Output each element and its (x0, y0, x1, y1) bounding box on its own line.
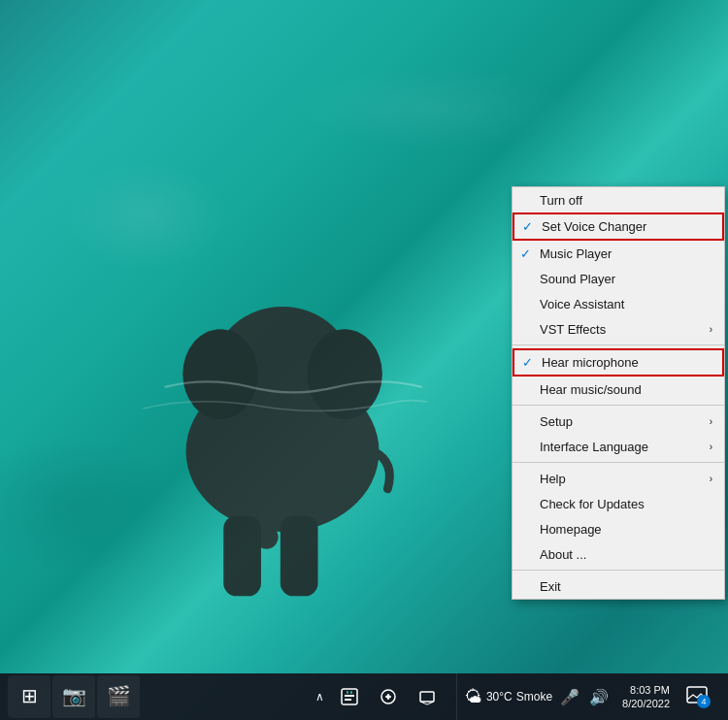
menu-label-music-player: Music Player (540, 246, 712, 261)
taskbar-left: ⊞📷🎬 (0, 675, 140, 718)
menu-item-hear-microphone[interactable]: ✓Hear microphone (513, 348, 724, 376)
date-display: 8/20/2022 (622, 697, 670, 710)
menu-label-turn-off: Turn off (540, 193, 712, 208)
menu-item-voice-assistant[interactable]: Voice Assistant (513, 291, 724, 316)
menu-label-setup: Setup (540, 414, 710, 429)
svg-point-2 (182, 329, 257, 419)
arrow-icon-vst-effects: › (710, 324, 712, 335)
temperature: 30°C (486, 690, 513, 704)
menu-item-help[interactable]: Help› (513, 466, 724, 491)
time-display: 8:03 PM (630, 683, 670, 697)
separator (513, 405, 724, 406)
menu-label-voice-assistant: Voice Assistant (540, 297, 712, 311)
menu-label-about: About ... (540, 547, 712, 562)
menu-label-homepage: Homepage (540, 522, 712, 537)
menu-item-setup[interactable]: Setup› (513, 409, 724, 434)
menu-item-sound-player[interactable]: Sound Player (513, 266, 724, 291)
svg-rect-8 (345, 699, 351, 701)
menu-item-homepage[interactable]: Homepage (513, 516, 724, 541)
separator (513, 462, 724, 463)
check-icon-set-voice-changer: ✓ (522, 219, 542, 234)
menu-label-interface-language: Interface Language (540, 440, 710, 454)
menu-item-check-for-updates[interactable]: Check for Updates (513, 491, 724, 516)
arrow-icon-setup: › (710, 416, 712, 427)
taskbar-program-prog2[interactable]: 📷 (52, 675, 95, 718)
menu-item-vst-effects[interactable]: VST Effects› (513, 316, 724, 342)
speaker-icon[interactable]: 🔊 (587, 686, 611, 708)
weather-condition: Smoke (516, 690, 552, 704)
check-icon-music-player: ✓ (520, 246, 540, 261)
svg-rect-10 (350, 691, 352, 694)
clock-area[interactable]: 8:03 PM 8/20/2022 (616, 683, 676, 711)
system-tray: 🌤 30°C Smoke 🎤 🔊 8:03 PM 8/20/2022 4 (456, 673, 720, 720)
weather-icon: 🌤 (465, 687, 482, 707)
tray-app-icon-3[interactable] (410, 679, 445, 714)
svg-rect-13 (420, 692, 434, 702)
menu-item-turn-off[interactable]: Turn off (513, 187, 724, 213)
svg-rect-5 (281, 515, 318, 596)
menu-label-sound-player: Sound Player (540, 272, 712, 286)
microphone-icon[interactable]: 🎤 (558, 686, 581, 708)
menu-item-exit[interactable]: Exit (513, 573, 724, 599)
menu-label-vst-effects: VST Effects (540, 322, 710, 337)
separator (513, 570, 724, 571)
menu-label-exit: Exit (540, 579, 712, 594)
check-icon-hear-microphone: ✓ (522, 355, 542, 370)
tray-app-icon-1[interactable] (332, 679, 367, 714)
menu-label-set-voice-changer: Set Voice Changer (542, 219, 711, 234)
arrow-icon-interface-language: › (710, 442, 712, 452)
svg-rect-4 (223, 515, 261, 596)
tray-icons: ∧ (308, 679, 448, 714)
menu-item-about[interactable]: About ... (513, 541, 724, 567)
menu-item-set-voice-changer[interactable]: ✓Set Voice Changer (513, 213, 724, 241)
svg-rect-7 (345, 695, 354, 697)
menu-label-hear-microphone: Hear microphone (542, 355, 711, 370)
taskbar-right: ∧ (308, 673, 728, 720)
taskbar-program-prog3[interactable]: 🎬 (97, 675, 140, 718)
menu-item-music-player[interactable]: ✓Music Player (513, 241, 724, 266)
context-menu: Turn off✓Set Voice Changer✓Music PlayerS… (512, 186, 725, 600)
taskbar-programs: ⊞📷🎬 (8, 675, 140, 718)
svg-point-3 (307, 329, 381, 419)
chevron-up-icon[interactable]: ∧ (312, 690, 328, 704)
menu-item-interface-language[interactable]: Interface Language› (513, 434, 724, 459)
weather-info: 🌤 30°C Smoke (465, 687, 552, 707)
notification-count: 4 (697, 695, 711, 708)
menu-label-help: Help (540, 472, 710, 486)
arrow-icon-help: › (710, 474, 712, 484)
svg-rect-9 (347, 691, 348, 694)
menu-label-hear-music-sound: Hear music/sound (540, 382, 712, 397)
menu-label-check-for-updates: Check for Updates (540, 497, 712, 511)
taskbar-program-prog1[interactable]: ⊞ (8, 675, 50, 718)
separator (513, 344, 724, 345)
tray-app-icon-2[interactable] (371, 679, 406, 714)
notification-badge[interactable]: 4 (681, 681, 712, 712)
taskbar: ⊞📷🎬 ∧ (0, 673, 728, 720)
svg-point-12 (386, 695, 390, 699)
menu-item-hear-music-sound[interactable]: Hear music/sound (513, 376, 724, 402)
